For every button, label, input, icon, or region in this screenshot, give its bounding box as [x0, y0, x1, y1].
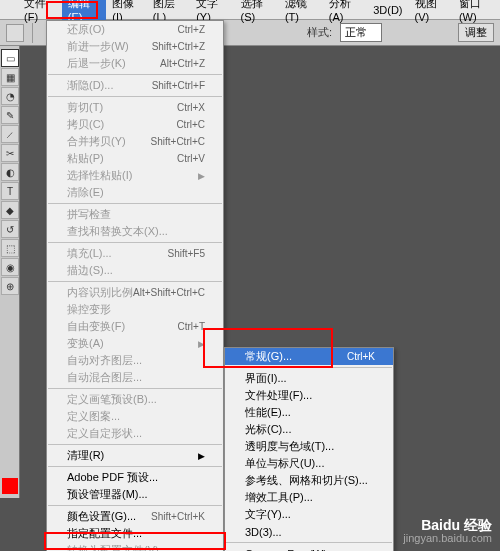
- menu-item[interactable]: 性能(E)...: [225, 404, 393, 421]
- watermark-logo: Baidu 经验: [403, 519, 492, 532]
- menu-item: 查找和替换文本(X)...: [47, 223, 223, 240]
- rotate-tool[interactable]: ↺: [1, 220, 19, 238]
- menu-item: 自动混合图层...: [47, 369, 223, 386]
- menu-shortcut: Ctrl+C: [176, 119, 205, 130]
- menu-item: 合并拷贝(Y)Shift+Ctrl+C: [47, 133, 223, 150]
- menu-item-label: 指定配置文件...: [67, 526, 142, 541]
- menu-item-label: 定义图案...: [67, 409, 120, 424]
- menu-separator: [48, 203, 222, 204]
- menu-item-label: 合并拷贝(Y): [67, 134, 126, 149]
- lasso-tool[interactable]: ◔: [1, 87, 19, 105]
- menu-item-label: 清除(E): [67, 185, 104, 200]
- menu-item-label: 变换(A): [67, 336, 104, 351]
- menu-item-label: 清理(R): [67, 448, 104, 463]
- menu-separator: [48, 96, 222, 97]
- menu-item-label: 定义画笔预设(B)...: [67, 392, 157, 407]
- menu-item[interactable]: 颜色设置(G)...Shift+Ctrl+K: [47, 508, 223, 525]
- menu-shortcut: Ctrl+X: [177, 102, 205, 113]
- submenu-arrow-icon: ▶: [198, 451, 205, 461]
- style-select[interactable]: 正常: [340, 23, 382, 42]
- menu-item: 粘贴(P)Ctrl+V: [47, 150, 223, 167]
- type-tool[interactable]: T: [1, 182, 19, 200]
- menu-item-label: 颜色设置(G)...: [67, 509, 136, 524]
- menu-item[interactable]: 预设管理器(M)...: [47, 486, 223, 503]
- menu-item: 还原(O)Ctrl+Z: [47, 21, 223, 38]
- menu-item[interactable]: 参考线、网格和切片(S)...: [225, 472, 393, 489]
- menu-item: 描边(S)...: [47, 262, 223, 279]
- menu-item: 前进一步(W)Shift+Ctrl+Z: [47, 38, 223, 55]
- menu-shortcut: Ctrl+T: [178, 321, 206, 332]
- menu-shortcut: Alt+Ctrl+Z: [160, 58, 205, 69]
- menu-item-label: 填充(L)...: [67, 246, 112, 261]
- hand-tool[interactable]: ◉: [1, 258, 19, 276]
- menu-item-label: 自由变换(F): [67, 319, 125, 334]
- menu-item-label: 定义自定形状...: [67, 426, 142, 441]
- menu-item: 自由变换(F)Ctrl+T: [47, 318, 223, 335]
- menu-item[interactable]: 光标(C)...: [225, 421, 393, 438]
- pen-tool[interactable]: ◆: [1, 201, 19, 219]
- menu-item[interactable]: 文字(Y)...: [225, 506, 393, 523]
- menu-separator: [48, 242, 222, 243]
- menu-item-label: 查找和替换文本(X)...: [67, 224, 168, 239]
- menu-item: 操控变形: [47, 301, 223, 318]
- watermark: Baidu 经验 jingyan.baidu.com: [403, 519, 492, 545]
- menu-item-label: 自动混合图层...: [67, 370, 142, 385]
- menubar: 文件(F) 编辑(E) 图像(I) 图层(L) 文字(Y) 选择(S) 滤镜(T…: [0, 0, 500, 20]
- menu-item[interactable]: 3D(3)...: [225, 523, 393, 540]
- menu-item-label: 性能(E)...: [245, 405, 291, 420]
- menu-item-label: 常规(G)...: [245, 349, 292, 364]
- menu-item: 填充(L)...Shift+F5: [47, 245, 223, 262]
- menu-item: 定义自定形状...: [47, 425, 223, 442]
- submenu-arrow-icon: ▶: [198, 171, 205, 181]
- menu-view[interactable]: 视图(V): [409, 0, 453, 25]
- menu-3d[interactable]: 3D(D): [367, 2, 408, 18]
- menu-window[interactable]: 窗口(W): [453, 0, 500, 25]
- menu-shortcut: Ctrl+K: [347, 351, 375, 362]
- menu-item-label: 预设管理器(M)...: [67, 487, 148, 502]
- healing-tool[interactable]: ◐: [1, 163, 19, 181]
- menu-item-label: 自动对齐图层...: [67, 353, 142, 368]
- menu-item[interactable]: 界面(I)...: [225, 370, 393, 387]
- menu-filter[interactable]: 滤镜(T): [279, 0, 323, 25]
- menu-shortcut: Shift+F5: [167, 248, 205, 259]
- adjust-button[interactable]: 调整: [458, 23, 494, 42]
- brush-tool[interactable]: ✎: [1, 106, 19, 124]
- menu-item[interactable]: Camera Raw(W)...: [225, 545, 393, 551]
- menu-item: 定义图案...: [47, 408, 223, 425]
- menu-shortcut: Ctrl+V: [177, 153, 205, 164]
- menu-separator: [48, 505, 222, 506]
- menu-shortcut: Shift+Ctrl+F: [152, 80, 205, 91]
- menu-separator: [48, 388, 222, 389]
- shape-tool[interactable]: ⬚: [1, 239, 19, 257]
- menu-item-label: 描边(S)...: [67, 263, 113, 278]
- foreground-swatch[interactable]: [2, 478, 18, 494]
- menu-analysis[interactable]: 分析(A): [323, 0, 367, 25]
- style-label: 样式:: [307, 25, 332, 40]
- tool-preset-icon[interactable]: [6, 24, 24, 42]
- menu-separator: [48, 444, 222, 445]
- crop-tool[interactable]: ⟋: [1, 125, 19, 143]
- menu-item[interactable]: 文件处理(F)...: [225, 387, 393, 404]
- submenu-arrow-icon: ▶: [198, 339, 205, 349]
- menu-separator: [226, 367, 392, 368]
- menu-item: 清除(E): [47, 184, 223, 201]
- menu-item-label: 文字(Y)...: [245, 507, 291, 522]
- menu-item[interactable]: 单位与标尺(U)...: [225, 455, 393, 472]
- marquee-tool[interactable]: ▭: [1, 49, 19, 67]
- menu-item[interactable]: Adobe PDF 预设...: [47, 469, 223, 486]
- zoom-tool[interactable]: ⊕: [1, 277, 19, 295]
- menu-item[interactable]: 增效工具(P)...: [225, 489, 393, 506]
- slice-tool[interactable]: ✂: [1, 144, 19, 162]
- move-tool[interactable]: ▦: [1, 68, 19, 86]
- menu-item[interactable]: 指定配置文件...: [47, 525, 223, 542]
- edit-menu-dropdown: 还原(O)Ctrl+Z前进一步(W)Shift+Ctrl+Z后退一步(K)Alt…: [46, 20, 224, 551]
- menu-item: 剪切(T)Ctrl+X: [47, 99, 223, 116]
- menu-item[interactable]: 清理(R)▶: [47, 447, 223, 464]
- menu-item-label: 界面(I)...: [245, 371, 287, 386]
- menu-item[interactable]: 常规(G)...Ctrl+K: [225, 348, 393, 365]
- menu-item: 内容识别比例Alt+Shift+Ctrl+C: [47, 284, 223, 301]
- menu-item-label: 参考线、网格和切片(S)...: [245, 473, 368, 488]
- menu-select[interactable]: 选择(S): [235, 0, 279, 25]
- menu-item[interactable]: 透明度与色域(T)...: [225, 438, 393, 455]
- menu-item: 拷贝(C)Ctrl+C: [47, 116, 223, 133]
